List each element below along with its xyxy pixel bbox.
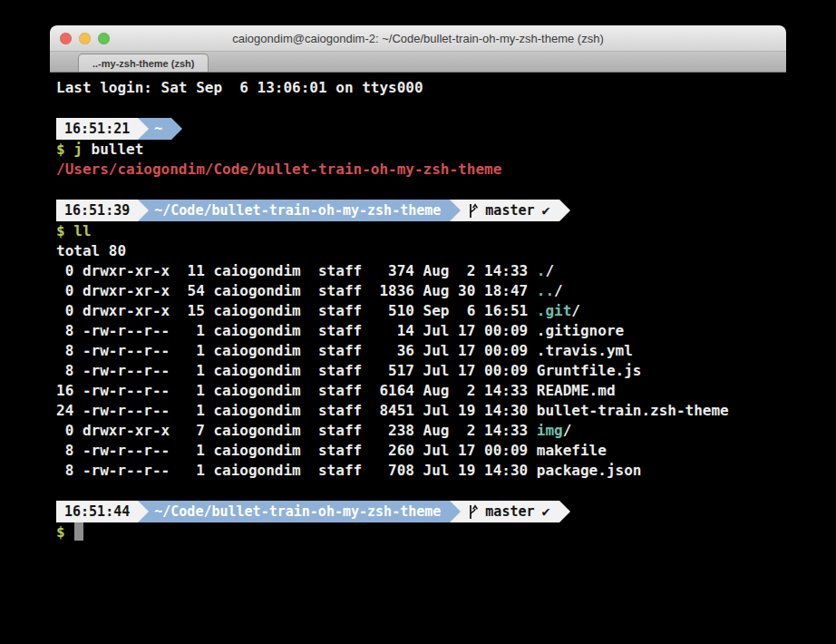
listing-row: 0 drwxr-xr-x 11 caiogondim staff 374 Aug… [56, 261, 786, 281]
current-command-line: $ [56, 522, 786, 542]
jump-output-line: /Users/caiogondim/Code/bullet-train-oh-m… [56, 160, 786, 180]
dir-slash: / [545, 262, 554, 279]
prompt-path: ~/Code/bullet-train-oh-my-zsh-theme [154, 502, 441, 522]
git-clean-check-icon: ✔ [542, 502, 550, 522]
time-segment: 16:51:21 [56, 118, 138, 140]
file-name: README.md [537, 382, 616, 399]
window-title: caiogondim@caiogondim-2: ~/Code/bullet-t… [232, 32, 604, 45]
powerline-separator-icon [138, 118, 149, 140]
close-button[interactable] [60, 33, 72, 44]
listing-row: 8 -rw-r--r-- 1 caiogondim staff 260 Jul … [56, 441, 786, 461]
command-text: ll [73, 222, 91, 239]
git-clean-check-icon: ✔ [542, 200, 550, 220]
prompt-bar-3: 16:51:44 ~/Code/bullet-train-oh-my-zsh-t… [56, 501, 786, 522]
minimize-button[interactable] [79, 33, 91, 44]
file-name: bullet-train.zsh-theme [537, 402, 729, 419]
dir-slash: / [554, 282, 563, 299]
file-name: .gitignore [537, 322, 624, 339]
listing-row: 0 drwxr-xr-x 7 caiogondim staff 238 Aug … [56, 421, 786, 441]
file-name: Gruntfile.js [537, 362, 642, 379]
time-segment: 16:51:44 [56, 501, 138, 522]
tab-bar: ..-my-zsh-theme (zsh) [50, 52, 786, 73]
prompt-symbol: $ [56, 141, 73, 158]
dir-slash: / [563, 422, 572, 439]
powerline-separator-icon [138, 200, 149, 221]
file-meta: 8 -rw-r--r-- 1 caiogondim staff 14 Jul 1… [56, 322, 537, 339]
listing-row: 16 -rw-r--r-- 1 caiogondim staff 6164 Au… [56, 381, 786, 401]
file-meta: 8 -rw-r--r-- 1 caiogondim staff 708 Jul … [56, 462, 537, 479]
git-branch-icon [468, 504, 478, 520]
command-args: bullet [83, 141, 143, 158]
cursor-block [74, 522, 83, 541]
file-meta: 0 drwxr-xr-x 15 caiogondim staff 510 Sep… [56, 302, 537, 319]
dir-slash: / [571, 302, 580, 319]
time-segment: 16:51:39 [56, 200, 138, 221]
listing-row: 8 -rw-r--r-- 1 caiogondim staff 517 Jul … [56, 361, 786, 381]
file-meta: 24 -rw-r--r-- 1 caiogondim staff 8451 Ju… [56, 402, 537, 419]
file-name: .. [537, 282, 554, 299]
terminal-window: caiogondim@caiogondim-2: ~/Code/bullet-t… [50, 25, 786, 644]
file-name: img [537, 422, 563, 439]
path-segment: ~/Code/bullet-train-oh-my-zsh-theme [149, 200, 450, 221]
last-login-line: Last login: Sat Sep 6 13:06:01 on ttys00… [56, 78, 786, 98]
tab-label: ..-my-zsh-theme (zsh) [92, 58, 194, 69]
listing-row: 8 -rw-r--r-- 1 caiogondim staff 708 Jul … [56, 461, 786, 481]
tab-my-zsh-theme[interactable]: ..-my-zsh-theme (zsh) [78, 54, 209, 72]
prompt-time: 16:51:39 [64, 200, 130, 220]
command-line: $ ll [56, 221, 786, 241]
prompt-bar-1: 16:51:21 ~ [56, 118, 786, 140]
prompt-time: 16:51:44 [64, 502, 130, 522]
file-meta: 8 -rw-r--r-- 1 caiogondim staff 517 Jul … [56, 362, 537, 379]
file-name: .git [537, 302, 572, 319]
git-segment: master ✔ [461, 200, 559, 221]
powerline-separator-icon [559, 200, 570, 221]
file-name: . [537, 262, 546, 279]
file-meta: 8 -rw-r--r-- 1 caiogondim staff 260 Jul … [56, 442, 537, 459]
listing-row: 8 -rw-r--r-- 1 caiogondim staff 14 Jul 1… [56, 321, 786, 341]
file-meta: 16 -rw-r--r-- 1 caiogondim staff 6164 Au… [56, 382, 537, 399]
file-meta: 0 drwxr-xr-x 54 caiogondim staff 1836 Au… [56, 282, 537, 299]
title-bar[interactable]: caiogondim@caiogondim-2: ~/Code/bullet-t… [50, 25, 786, 52]
prompt-symbol: $ [56, 523, 73, 541]
git-branch-icon [468, 203, 478, 219]
listing-row: 0 drwxr-xr-x 15 caiogondim staff 510 Sep… [56, 301, 786, 321]
file-listing: 0 drwxr-xr-x 11 caiogondim staff 374 Aug… [56, 261, 786, 481]
file-name: package.json [537, 462, 642, 479]
powerline-separator-icon [450, 501, 461, 522]
file-meta: 0 drwxr-xr-x 7 caiogondim staff 238 Aug … [56, 422, 537, 439]
prompt-bar-2: 16:51:39 ~/Code/bullet-train-oh-my-zsh-t… [56, 200, 786, 221]
file-name: .travis.yml [537, 342, 633, 359]
file-meta: 0 drwxr-xr-x 11 caiogondim staff 374 Aug… [56, 262, 537, 279]
prompt-path: ~/Code/bullet-train-oh-my-zsh-theme [154, 200, 441, 220]
total-line: total 80 [56, 241, 786, 261]
powerline-separator-icon [171, 118, 182, 140]
git-branch-name: master [485, 502, 534, 522]
file-meta: 8 -rw-r--r-- 1 caiogondim staff 36 Jul 1… [56, 342, 537, 359]
terminal-content[interactable]: Last login: Sat Sep 6 13:06:01 on ttys00… [50, 73, 786, 644]
prompt-time: 16:51:21 [64, 119, 130, 139]
zoom-button[interactable] [98, 33, 110, 44]
traffic-lights [60, 25, 110, 51]
prompt-path: ~ [154, 119, 162, 139]
git-branch-name: master [485, 200, 534, 220]
powerline-separator-icon [138, 501, 149, 522]
listing-row: 8 -rw-r--r-- 1 caiogondim staff 36 Jul 1… [56, 341, 786, 361]
path-segment: ~/Code/bullet-train-oh-my-zsh-theme [149, 501, 450, 522]
path-segment: ~ [149, 118, 171, 140]
command-line: $ j bullet [56, 140, 786, 160]
prompt-symbol: $ [56, 222, 73, 239]
listing-row: 24 -rw-r--r-- 1 caiogondim staff 8451 Ju… [56, 401, 786, 421]
powerline-separator-icon [559, 501, 570, 522]
listing-row: 0 drwxr-xr-x 54 caiogondim staff 1836 Au… [56, 281, 786, 301]
command-text: j [73, 141, 83, 158]
git-segment: master ✔ [461, 501, 559, 522]
powerline-separator-icon [450, 200, 461, 221]
file-name: makefile [537, 442, 607, 459]
